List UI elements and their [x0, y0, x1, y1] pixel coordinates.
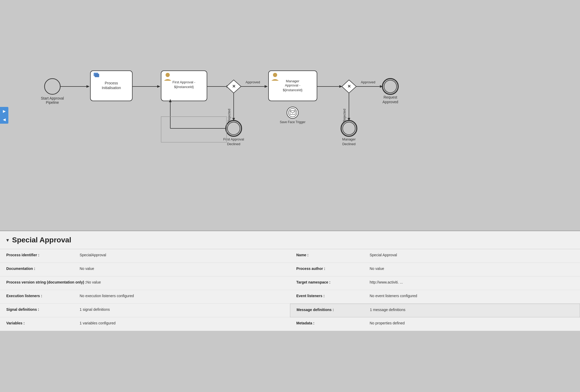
panel-row: Name : Special Approval — [290, 249, 580, 263]
panel-row: Execution listeners : No execution liste… — [0, 290, 290, 304]
panel-label: Message definitions : — [297, 308, 370, 312]
panel-label: Process identifier : — [6, 253, 80, 257]
panel-label: Metadata : — [296, 321, 370, 325]
svg-point-50 — [227, 122, 240, 135]
svg-text:Declined: Declined — [227, 142, 240, 146]
svg-text:Approval -: Approval - — [285, 83, 300, 87]
panel-value: 1 variables configured — [80, 321, 116, 325]
svg-text:Manager: Manager — [342, 137, 356, 141]
panel-row: Signal definitions : 1 signal definition… — [0, 304, 290, 317]
svg-text:Declined: Declined — [342, 142, 356, 146]
svg-text:Manager: Manager — [286, 79, 299, 83]
panel-row: Message definitions : 1 message definiti… — [290, 304, 580, 317]
svg-text:Initialisation: Initialisation — [102, 86, 121, 90]
panel-value: No value — [80, 266, 94, 271]
svg-text:Process: Process — [105, 81, 118, 85]
panel-label: Event listeners : — [296, 294, 370, 298]
svg-point-46 — [384, 80, 397, 93]
collapse-icon[interactable]: ▾ — [6, 237, 9, 243]
panel-label: Execution listeners : — [6, 294, 80, 298]
panel-value: http://www.activiti. ... — [370, 280, 403, 284]
panel-value: No execution listeners configured — [80, 294, 134, 298]
panel-label: Process author : — [296, 266, 370, 271]
svg-text:${instanceId}: ${instanceId} — [283, 88, 303, 92]
svg-text:✕: ✕ — [347, 84, 351, 89]
svg-text:Rejected: Rejected — [342, 109, 346, 122]
panel-label: Variables : — [6, 321, 80, 325]
bpmn-diagram: ▶ ◀ Start Approval Pipeline Process Init… — [0, 0, 580, 231]
panel-label: Name : — [296, 253, 370, 257]
svg-point-0 — [45, 79, 60, 94]
panel-header: ▾ Special Approval — [0, 231, 580, 249]
svg-text:Start Approval: Start Approval — [41, 96, 64, 100]
bpmn-svg: Start Approval Pipeline Process Initiali… — [0, 0, 580, 231]
svg-text:${instanceId}: ${instanceId} — [174, 85, 194, 89]
panel-row: Process version string (documentation on… — [0, 276, 290, 290]
svg-text:Request: Request — [384, 95, 397, 99]
panel-title: Special Approval — [12, 236, 71, 244]
panel-value: No value — [370, 266, 384, 271]
svg-text:Approved: Approved — [245, 80, 260, 84]
svg-rect-7 — [95, 74, 99, 77]
svg-text:First Approval: First Approval — [223, 137, 244, 141]
panel-value: No properties defined — [370, 321, 405, 325]
panel-value: No value — [86, 280, 101, 284]
panel-label: Process version string (documentation on… — [6, 280, 86, 284]
panel-row: Metadata : No properties defined — [290, 317, 580, 331]
svg-text:✕: ✕ — [232, 84, 236, 89]
svg-point-45 — [382, 79, 398, 94]
svg-text:Pipeline: Pipeline — [46, 100, 59, 105]
properties-panel: ▾ Special Approval Process identifier : … — [0, 231, 580, 331]
svg-marker-21 — [265, 85, 268, 88]
panel-row: Event listeners : No event listeners con… — [290, 290, 580, 304]
panel-label: Documentation : — [6, 266, 80, 271]
svg-text:Save Face Trigger: Save Face Trigger — [280, 120, 305, 124]
panel-value: 1 message definitions — [370, 308, 405, 312]
panel-label: Target namespace : — [296, 280, 370, 284]
svg-text:Approved: Approved — [361, 80, 375, 84]
panel-content: Process identifier : SpecialApprovalDocu… — [0, 249, 580, 331]
panel-row: Process identifier : SpecialApproval — [0, 249, 290, 263]
svg-point-49 — [226, 121, 242, 136]
svg-point-57 — [343, 122, 355, 135]
panel-row: Target namespace : http://www.activiti. … — [290, 276, 580, 290]
right-column: Name : Special ApprovalProcess author : … — [290, 249, 580, 331]
svg-point-56 — [341, 121, 357, 136]
svg-rect-60 — [161, 117, 227, 142]
svg-text:First Approval -: First Approval - — [172, 80, 195, 84]
svg-text:Approved: Approved — [382, 100, 398, 104]
panel-row: Variables : 1 variables configured — [0, 317, 290, 331]
panel-row: Documentation : No value — [0, 263, 290, 276]
svg-marker-4 — [86, 85, 90, 88]
svg-marker-11 — [157, 85, 160, 88]
panel-value: 1 signal definitions — [80, 307, 110, 312]
svg-point-13 — [166, 73, 170, 77]
svg-point-27 — [273, 73, 277, 77]
panel-value: Special Approval — [370, 253, 397, 257]
svg-text:Rejected: Rejected — [227, 109, 231, 122]
left-column: Process identifier : SpecialApprovalDocu… — [0, 249, 290, 331]
panel-label: Signal definitions : — [6, 307, 80, 312]
panel-row: Process author : No value — [290, 263, 580, 276]
panel-value: No event listeners configured — [370, 294, 417, 298]
panel-value: SpecialApproval — [80, 253, 106, 257]
